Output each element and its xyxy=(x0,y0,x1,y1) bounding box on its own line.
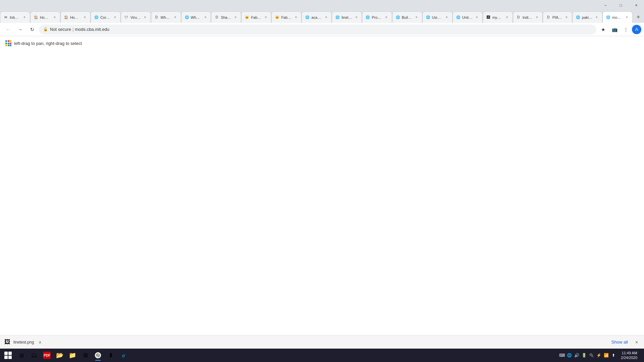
tray-keyboard-icon[interactable]: ⌨ xyxy=(558,349,565,361)
cmd-icon: 🖥 xyxy=(82,352,89,359)
tab-close-academ[interactable]: × xyxy=(323,15,329,20)
taskbar-folder[interactable]: 📂 xyxy=(54,349,66,361)
profile-avatar[interactable]: A xyxy=(632,25,641,34)
tray-network-icon[interactable]: 🌐 xyxy=(566,349,573,361)
tab-whatd[interactable]: D What D × xyxy=(151,11,181,23)
tab-close-myavr[interactable]: × xyxy=(504,15,510,20)
tab-close-progra[interactable]: × xyxy=(384,15,389,20)
tab-label-fabac1: Fab Ac xyxy=(251,15,262,19)
refresh-button[interactable]: ↻ xyxy=(27,24,38,35)
menu-button[interactable]: ⋮ xyxy=(621,24,631,35)
tab-label-progra: Progra xyxy=(372,15,382,19)
bookmark-button[interactable]: ★ xyxy=(598,24,608,35)
tab-favicon-usingt: 🌐 xyxy=(425,15,431,20)
tab-favicon-home1: 🏠 xyxy=(33,15,39,20)
start-button[interactable] xyxy=(1,349,15,361)
taskview-icon: ⊞ xyxy=(18,352,25,359)
tab-home1[interactable]: 🏠 Home - × xyxy=(30,11,60,23)
tab-close-virus[interactable]: × xyxy=(143,15,148,20)
cast-button[interactable]: 📺 xyxy=(609,24,620,35)
tab-virus[interactable]: 🛡 Virus c × xyxy=(121,11,151,23)
tab-pakista[interactable]: 🌐 pakista × xyxy=(572,11,602,23)
tab-close-whatd[interactable]: × xyxy=(173,15,178,20)
tab-home2[interactable]: 🏠 Home - × xyxy=(60,11,91,23)
tab-academ[interactable]: 🌐 academ × xyxy=(302,11,332,23)
tab-sharifs[interactable]: D Sharifs × xyxy=(211,11,241,23)
tab-close-pia[interactable]: × xyxy=(564,15,569,20)
taskbar-explorer[interactable]: 🗂 xyxy=(28,349,40,361)
tab-label-untitled: Untitled xyxy=(462,15,473,19)
tab-inbox[interactable]: ✉ Inbox - × xyxy=(0,11,30,23)
tray-battery-icon[interactable]: 🔋 xyxy=(581,349,587,361)
clock[interactable]: 11:49 AM 2/24/2020 xyxy=(618,351,640,360)
tab-favicon-myavr: 🅰 xyxy=(486,15,491,20)
tray-sync-icon[interactable]: ⬆ xyxy=(610,349,617,361)
tab-close-fabac1[interactable]: × xyxy=(263,15,268,20)
download-actions: Show all × xyxy=(609,338,640,346)
title-bar-buttons: − □ × xyxy=(598,0,644,11)
tab-close-pakista[interactable]: × xyxy=(594,15,599,20)
tab-myavr[interactable]: 🅰 myAVR × xyxy=(483,11,513,23)
tray-wifi-icon[interactable]: 📶 xyxy=(603,349,609,361)
download-chevron-icon[interactable]: ∧ xyxy=(37,339,43,346)
new-tab-button[interactable]: + xyxy=(633,11,644,23)
tray-volume-icon[interactable]: 🔊 xyxy=(573,349,580,361)
tab-close-building[interactable]: × xyxy=(414,15,419,20)
tab-building[interactable]: 🌐 Building × xyxy=(392,11,422,23)
tab-corona[interactable]: 🌐 Corona × xyxy=(91,11,121,23)
tab-close-sharifs[interactable]: × xyxy=(233,15,238,20)
chrome-icon xyxy=(94,352,102,359)
tab-whois[interactable]: 🌐 Who is × xyxy=(181,11,211,23)
tab-close-india[interactable]: × xyxy=(534,15,540,20)
tab-label-inbox: Inbox - xyxy=(10,15,20,19)
download-close-button[interactable]: × xyxy=(633,339,640,346)
tray-alert-icon[interactable]: ⚡ xyxy=(595,349,602,361)
tab-pia[interactable]: D PIA su × xyxy=(543,11,572,23)
download-filename: linetest.png xyxy=(13,340,34,345)
tab-untitled[interactable]: 🌐 Untitled × xyxy=(452,11,483,23)
tab-close-corona[interactable]: × xyxy=(112,15,118,20)
tab-favicon-inbox: ✉ xyxy=(3,15,8,20)
tab-label-india: India n xyxy=(523,15,533,19)
tab-close-whois[interactable]: × xyxy=(203,15,208,20)
tray-power-icon[interactable]: 🔌 xyxy=(588,349,595,361)
tab-linetest[interactable]: 🌐 linetest × xyxy=(332,11,362,23)
tab-label-home2: Home - xyxy=(70,15,81,19)
taskbar-files[interactable]: 📁 xyxy=(66,349,78,361)
tab-label-usingt: Using t xyxy=(432,15,443,19)
taskbar-torrent[interactable]: ⬇ xyxy=(105,349,117,361)
tab-close-inbox[interactable]: × xyxy=(22,15,27,20)
tab-label-home1: Home - xyxy=(40,15,51,19)
forward-button[interactable]: → xyxy=(15,24,25,35)
tab-india[interactable]: D India n × xyxy=(513,11,543,23)
close-button[interactable]: × xyxy=(629,0,644,11)
address-bar[interactable]: 🔓 Not secure | mods.cba.mit.edu xyxy=(39,24,596,35)
tab-usingt[interactable]: 🌐 Using t × xyxy=(422,11,452,23)
tab-close-mods[interactable]: × xyxy=(624,15,630,20)
taskbar-taskview[interactable]: ⊞ xyxy=(15,349,28,361)
tab-close-linetest[interactable]: × xyxy=(354,15,359,20)
tab-mods[interactable]: 🌐 mods.c × xyxy=(602,11,633,23)
tray-icons: ⌨ 🌐 🔊 🔋 🔌 ⚡ 📶 ⬆ xyxy=(558,349,617,361)
back-button[interactable]: ← xyxy=(3,24,13,35)
tab-fabac1[interactable]: 🐱 Fab Ac × xyxy=(241,11,271,23)
tab-close-usingt[interactable]: × xyxy=(444,15,449,20)
tab-close-fabac2[interactable]: × xyxy=(293,15,299,20)
clock-date: 2/24/2020 xyxy=(621,355,637,360)
security-text: Not secure xyxy=(50,27,71,32)
folder-icon: 📂 xyxy=(56,352,63,359)
show-all-button[interactable]: Show all xyxy=(609,338,631,346)
taskbar-ie[interactable]: ℯ xyxy=(117,349,129,361)
minimize-button[interactable]: − xyxy=(598,0,613,11)
tab-close-home2[interactable]: × xyxy=(82,15,88,20)
taskbar-pdf[interactable]: PDF xyxy=(41,349,53,361)
maximize-button[interactable]: □ xyxy=(613,0,629,11)
address-url: mods.cba.mit.edu xyxy=(75,27,109,32)
pdf-icon: PDF xyxy=(43,352,51,359)
taskbar-chrome[interactable] xyxy=(92,349,104,361)
tab-fabac2[interactable]: 🐱 Fab Ac × xyxy=(271,11,302,23)
taskbar-cmd[interactable]: 🖥 xyxy=(79,349,91,361)
tab-close-home1[interactable]: × xyxy=(52,15,57,20)
tab-close-untitled[interactable]: × xyxy=(474,15,480,20)
tab-progra[interactable]: 🌐 Progra × xyxy=(362,11,392,23)
